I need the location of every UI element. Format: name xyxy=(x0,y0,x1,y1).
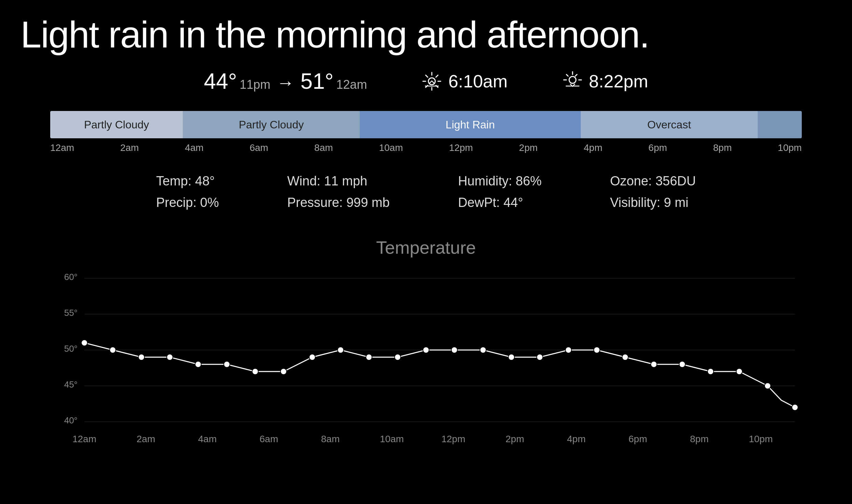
data-dot-18 xyxy=(594,347,600,353)
bar-label-overcast: Overcast xyxy=(647,118,691,131)
svg-line-15 xyxy=(575,74,577,76)
stat-humidity: Humidity: 86% xyxy=(458,174,542,188)
sunrise-time: 6:10am xyxy=(448,71,507,92)
sunset-icon xyxy=(562,71,583,92)
data-dot-8 xyxy=(309,354,315,360)
svg-text:10am: 10am xyxy=(380,434,404,444)
svg-text:6pm: 6pm xyxy=(629,434,647,444)
stat-pressure: Pressure: 999 mb xyxy=(287,195,390,210)
time-label-8pm: 8pm xyxy=(713,142,731,153)
sunset-item: 8:22pm xyxy=(562,71,648,92)
svg-text:12am: 12am xyxy=(72,434,96,444)
stat-ozone: Ozone: 356DU xyxy=(610,174,696,188)
temp-line xyxy=(84,343,795,407)
time-label-4am: 4am xyxy=(185,142,203,153)
stats-col-1: Temp: 48° Precip: 0% xyxy=(156,174,219,210)
stat-wind: Wind: 11 mph xyxy=(287,174,390,188)
svg-text:4pm: 4pm xyxy=(567,434,586,444)
svg-text:55°: 55° xyxy=(64,308,78,318)
svg-text:8pm: 8pm xyxy=(690,434,709,444)
svg-text:40°: 40° xyxy=(64,415,78,425)
svg-text:60°: 60° xyxy=(64,272,78,282)
bar-label-light-rain: Light Rain xyxy=(445,118,495,131)
data-dot-2 xyxy=(138,354,145,360)
svg-text:10pm: 10pm xyxy=(749,434,773,444)
data-dot-7 xyxy=(280,368,287,375)
data-dot-17 xyxy=(565,347,572,353)
headline: Light rain in the morning and afternoon. xyxy=(20,14,832,55)
stats-col-2: Wind: 11 mph Pressure: 999 mb xyxy=(287,174,390,210)
bar-label-partly-cloudy-1: Partly Cloudy xyxy=(84,118,149,131)
data-dot-22 xyxy=(707,368,714,375)
data-dot-10 xyxy=(366,354,372,360)
sunrise-item: 6:10am xyxy=(422,71,507,92)
time-label-10am: 10am xyxy=(379,142,403,153)
stats-row: Temp: 48° Precip: 0% Wind: 11 mph Pressu… xyxy=(20,174,832,210)
svg-text:50°: 50° xyxy=(64,344,78,354)
stats-col-4: Ozone: 356DU Visibility: 9 mi xyxy=(610,174,696,210)
data-dot-24 xyxy=(765,383,771,389)
time-label-12pm: 12pm xyxy=(449,142,473,153)
temp-arrow: → xyxy=(277,72,294,93)
data-dot-5 xyxy=(224,361,230,367)
bar-segment-partly-cloudy-1: Partly Cloudy xyxy=(50,111,183,138)
data-dot-20 xyxy=(651,361,657,367)
data-dot-12 xyxy=(423,347,429,353)
svg-line-7 xyxy=(436,75,438,77)
svg-text:6am: 6am xyxy=(260,434,278,444)
data-dot-25 xyxy=(792,404,798,410)
svg-point-10 xyxy=(569,76,576,83)
data-dot-6 xyxy=(252,368,258,375)
time-label-2pm: 2pm xyxy=(519,142,537,153)
svg-text:2pm: 2pm xyxy=(506,434,524,444)
svg-text:12pm: 12pm xyxy=(441,434,465,444)
svg-line-14 xyxy=(566,74,568,76)
summary-row: 44° 11pm → 51° 12am 6:10am xyxy=(20,69,832,94)
data-dot-19 xyxy=(622,354,628,360)
data-dot-15 xyxy=(508,354,514,360)
stat-dewpt: DewPt: 44° xyxy=(458,195,542,210)
time-axis: 12am 2am 4am 6am 8am 10am 12pm 2pm 4pm 6… xyxy=(50,138,802,153)
bar-segment-light-rain: Light Rain xyxy=(360,111,581,138)
time-label-8am: 8am xyxy=(314,142,333,153)
data-dot-3 xyxy=(167,354,173,360)
data-dot-16 xyxy=(537,354,543,360)
time-label-2am: 2am xyxy=(120,142,139,153)
data-dot-9 xyxy=(338,347,344,353)
svg-line-5 xyxy=(426,75,428,77)
temp-high: 51° xyxy=(301,69,334,94)
time-label-4pm: 4pm xyxy=(584,142,602,153)
svg-text:2am: 2am xyxy=(137,434,155,444)
bar-segment-overcast-end xyxy=(758,111,802,138)
time-label-12am: 12am xyxy=(50,142,74,153)
time-label-6pm: 6pm xyxy=(648,142,667,153)
stat-temp: Temp: 48° xyxy=(156,174,219,188)
data-dot-23 xyxy=(736,368,742,375)
time-label-6am: 6am xyxy=(250,142,268,153)
data-dot-14 xyxy=(480,347,486,353)
bar-label-partly-cloudy-2: Partly Cloudy xyxy=(239,118,304,131)
stat-visibility: Visibility: 9 mi xyxy=(610,195,696,210)
time-label-10pm: 10pm xyxy=(778,142,802,153)
svg-text:8am: 8am xyxy=(321,434,340,444)
temp-high-label: 12am xyxy=(336,78,367,92)
svg-text:4am: 4am xyxy=(198,434,217,444)
sunrise-icon xyxy=(422,71,442,92)
data-dot-13 xyxy=(451,347,457,353)
data-dot-21 xyxy=(679,361,685,367)
svg-text:45°: 45° xyxy=(64,379,78,390)
weather-bar-container: Partly Cloudy Partly Cloudy Light Rain O… xyxy=(50,111,802,153)
stat-precip: Precip: 0% xyxy=(156,195,219,210)
bar-segment-partly-cloudy-2: Partly Cloudy xyxy=(183,111,360,138)
data-dot-4 xyxy=(195,361,201,367)
temperature-chart-svg: 60° 55° 50° 45° 40° xyxy=(50,268,802,459)
temp-low-label: 11pm xyxy=(239,78,270,92)
chart-title: Temperature xyxy=(50,237,802,258)
stats-col-3: Humidity: 86% DewPt: 44° xyxy=(458,174,542,210)
data-dot-1 xyxy=(110,347,116,353)
temp-range: 44° 11pm → 51° 12am xyxy=(204,69,367,94)
sunset-time: 8:22pm xyxy=(589,71,648,92)
chart-wrapper: 60° 55° 50° 45° 40° xyxy=(50,268,802,459)
data-dot-0 xyxy=(81,340,87,346)
temp-low: 44° xyxy=(204,69,237,94)
